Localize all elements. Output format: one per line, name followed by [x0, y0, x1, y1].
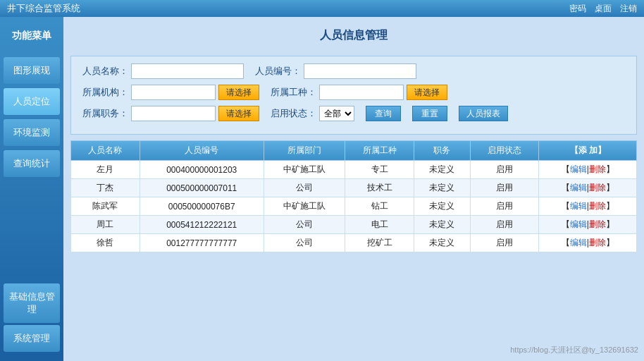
col-name: 人员名称 — [71, 141, 140, 161]
sidebar-bottom: 基础信息管理 系统管理 — [0, 281, 63, 354]
status-label: 启用状态： — [271, 107, 316, 120]
page-title: 人员信息管理 — [70, 24, 637, 47]
cell-job: 未定义 — [414, 179, 471, 197]
cell-type: 钻工 — [345, 197, 414, 216]
cell-actions: 【编辑|删除】 — [539, 216, 637, 234]
id-group: 人员编号： — [255, 63, 416, 79]
table-row: 左月 000400000001203 中矿施工队 专工 未定义 启用 【编辑|删… — [71, 161, 637, 179]
col-status: 启用状态 — [470, 141, 539, 161]
sidebar-item-environment[interactable]: 环境监测 — [4, 119, 60, 146]
job-group: 所属职务： 请选择 — [82, 106, 259, 121]
delete-button[interactable]: 删除 — [589, 183, 606, 192]
cell-dept: 中矿施工队 — [264, 161, 345, 179]
id-input[interactable] — [304, 63, 416, 79]
cell-status: 启用 — [470, 197, 539, 216]
logout-action[interactable]: 注销 — [620, 3, 637, 15]
job-input[interactable] — [131, 106, 216, 121]
cell-type: 电工 — [345, 216, 414, 234]
edit-button[interactable]: 编辑 — [570, 164, 587, 174]
cell-status: 启用 — [470, 234, 539, 252]
delete-button[interactable]: 删除 — [589, 201, 606, 211]
cell-id: 001277777777777 — [140, 234, 264, 252]
name-input[interactable] — [131, 63, 244, 79]
id-label: 人员编号： — [255, 65, 301, 78]
cell-dept: 公司 — [264, 179, 345, 197]
status-select[interactable]: 全部 启用 禁用 — [319, 106, 354, 121]
table-row: 陈武军 000500000076B7 中矿施工队 钻工 未定义 启用 【编辑|删… — [71, 197, 637, 216]
table-header-row: 人员名称 人员编号 所属部门 所属工种 职务 启用状态 【添 加】 — [71, 141, 637, 161]
personnel-table: 人员名称 人员编号 所属部门 所属工种 职务 启用状态 【添 加】 左月 000… — [70, 140, 637, 252]
cell-job: 未定义 — [414, 161, 471, 179]
cell-id: 000500000076B7 — [140, 197, 264, 216]
edit-button[interactable]: 编辑 — [570, 238, 587, 247]
type-select-button[interactable]: 请选择 — [407, 85, 447, 100]
job-label: 所属职务： — [82, 107, 128, 120]
type-group: 所属工种： 请选择 — [271, 85, 447, 100]
cell-id: 000400000001203 — [140, 161, 264, 179]
edit-button[interactable]: 编辑 — [570, 183, 587, 192]
col-type: 所属工种 — [345, 141, 414, 161]
top-bar: 井下综合监管系统 密码 桌面 注销 — [0, 0, 644, 17]
main-layout: 功能菜单 图形展现 人员定位 环境监测 查询统计 基础信息管理 系统管理 人员信… — [0, 17, 644, 361]
col-job: 职务 — [414, 141, 471, 161]
cell-job: 未定义 — [414, 197, 471, 216]
cell-actions: 【编辑|删除】 — [539, 197, 637, 216]
delete-button[interactable]: 删除 — [589, 219, 606, 229]
cell-id: 000541212222121 — [140, 216, 264, 234]
cell-name: 徐哲 — [71, 234, 140, 252]
reset-button[interactable]: 重置 — [412, 106, 447, 121]
top-bar-actions: 密码 桌面 注销 — [569, 3, 637, 15]
col-action[interactable]: 【添 加】 — [539, 141, 637, 161]
cell-actions: 【编辑|删除】 — [539, 179, 637, 197]
cell-name: 左月 — [71, 161, 140, 179]
table-row: 徐哲 001277777777777 公司 挖矿工 未定义 启用 【编辑|删除】 — [71, 234, 637, 252]
name-group: 人员名称： — [82, 63, 244, 79]
sidebar-item-system[interactable]: 系统管理 — [4, 325, 60, 352]
cell-name: 丁杰 — [71, 179, 140, 197]
org-input[interactable] — [131, 85, 216, 100]
sidebar-item-graph[interactable]: 图形展现 — [4, 57, 60, 84]
sidebar-item-query[interactable]: 查询统计 — [4, 150, 60, 177]
table-body: 左月 000400000001203 中矿施工队 专工 未定义 启用 【编辑|删… — [71, 161, 637, 252]
status-group: 启用状态： 全部 启用 禁用 — [271, 106, 354, 121]
cell-actions: 【编辑|删除】 — [539, 234, 637, 252]
form-row-2: 所属机构： 请选择 所属工种： 请选择 — [82, 85, 625, 100]
cell-status: 启用 — [470, 216, 539, 234]
delete-button[interactable]: 删除 — [589, 238, 606, 247]
table-row: 周工 000541212222121 公司 电工 未定义 启用 【编辑|删除】 — [71, 216, 637, 234]
cell-job: 未定义 — [414, 234, 471, 252]
sidebar-header: 功能菜单 — [0, 24, 63, 48]
type-label: 所属工种： — [271, 86, 316, 99]
org-group: 所属机构： 请选择 — [82, 85, 259, 100]
watermark: https://blog.天涯社区@ty_132691632 — [510, 345, 638, 355]
cell-dept: 公司 — [264, 234, 345, 252]
sidebar-item-personnel[interactable]: 人员定位 — [4, 88, 60, 115]
edit-button[interactable]: 编辑 — [570, 219, 587, 229]
org-select-button[interactable]: 请选择 — [218, 85, 259, 100]
delete-button[interactable]: 删除 — [589, 164, 606, 174]
col-dept: 所属部门 — [264, 141, 345, 161]
form-row-3: 所属职务： 请选择 启用状态： 全部 启用 禁用 查询 重置 人员报表 — [82, 106, 625, 121]
report-button[interactable]: 人员报表 — [459, 106, 508, 121]
type-input[interactable] — [319, 85, 404, 100]
password-action[interactable]: 密码 — [569, 3, 586, 15]
cell-type: 技术工 — [345, 179, 414, 197]
cell-dept: 公司 — [264, 216, 345, 234]
org-label: 所属机构： — [82, 86, 128, 99]
cell-id: 000500000007011 — [140, 179, 264, 197]
job-select-button[interactable]: 请选择 — [218, 106, 259, 121]
col-id: 人员编号 — [140, 141, 264, 161]
cell-status: 启用 — [470, 179, 539, 197]
cell-dept: 中矿施工队 — [264, 197, 345, 216]
sidebar-item-basic-info[interactable]: 基础信息管理 — [4, 283, 60, 323]
cell-type: 专工 — [345, 161, 414, 179]
query-button[interactable]: 查询 — [366, 106, 401, 121]
app-title: 井下综合监管系统 — [7, 2, 80, 15]
cell-name: 周工 — [71, 216, 140, 234]
name-label: 人员名称： — [82, 65, 128, 78]
content-area: 人员信息管理 人员名称： 人员编号： 所属机构： 请选择 — [63, 17, 644, 361]
cell-job: 未定义 — [414, 216, 471, 234]
table-row: 丁杰 000500000007011 公司 技术工 未定义 启用 【编辑|删除】 — [71, 179, 637, 197]
desktop-action[interactable]: 桌面 — [595, 3, 612, 15]
edit-button[interactable]: 编辑 — [570, 201, 587, 211]
